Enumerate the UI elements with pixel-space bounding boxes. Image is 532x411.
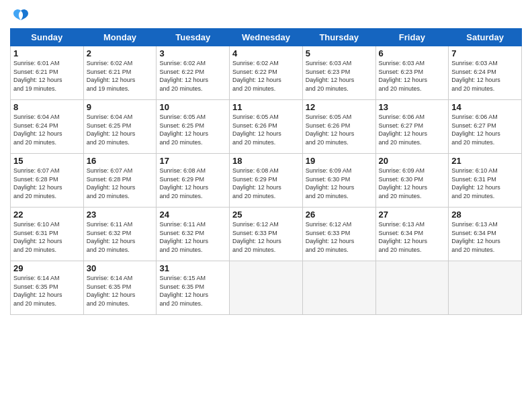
day-number: 6 <box>379 48 446 58</box>
calendar-cell: 9Sunrise: 6:04 AM Sunset: 6:25 PM Daylig… <box>83 100 157 154</box>
calendar-cell <box>230 261 303 315</box>
day-info: Sunrise: 6:03 AM Sunset: 6:24 PM Dayligh… <box>451 59 519 93</box>
day-info: Sunrise: 6:05 AM Sunset: 6:26 PM Dayligh… <box>306 113 373 146</box>
day-number: 9 <box>87 102 154 112</box>
calendar-cell: 18Sunrise: 6:08 AM Sunset: 6:29 PM Dayli… <box>230 154 303 208</box>
day-info: Sunrise: 6:09 AM Sunset: 6:30 PM Dayligh… <box>306 167 373 200</box>
calendar-table: Sunday Monday Tuesday Wednesday Thursday… <box>10 28 522 315</box>
day-info: Sunrise: 6:04 AM Sunset: 6:25 PM Dayligh… <box>87 113 154 146</box>
day-info: Sunrise: 6:02 AM Sunset: 6:21 PM Dayligh… <box>87 59 154 93</box>
day-number: 21 <box>451 156 519 166</box>
calendar-cell: 22Sunrise: 6:10 AM Sunset: 6:31 PM Dayli… <box>11 208 84 261</box>
day-number: 31 <box>159 263 226 273</box>
calendar-week-4: 22Sunrise: 6:10 AM Sunset: 6:31 PM Dayli… <box>11 208 522 261</box>
calendar-cell: 29Sunrise: 6:14 AM Sunset: 6:35 PM Dayli… <box>11 261 84 315</box>
calendar-cell: 25Sunrise: 6:12 AM Sunset: 6:33 PM Dayli… <box>230 208 303 261</box>
day-info: Sunrise: 6:07 AM Sunset: 6:28 PM Dayligh… <box>13 167 81 200</box>
day-info: Sunrise: 6:06 AM Sunset: 6:27 PM Dayligh… <box>451 113 519 146</box>
logo-bird-icon <box>12 8 30 26</box>
day-info: Sunrise: 6:01 AM Sunset: 6:21 PM Dayligh… <box>13 59 81 93</box>
day-info: Sunrise: 6:14 AM Sunset: 6:35 PM Dayligh… <box>87 274 154 308</box>
day-info: Sunrise: 6:11 AM Sunset: 6:32 PM Dayligh… <box>159 220 226 254</box>
day-info: Sunrise: 6:13 AM Sunset: 6:34 PM Dayligh… <box>451 220 519 254</box>
calendar-cell: 19Sunrise: 6:09 AM Sunset: 6:30 PM Dayli… <box>302 154 375 208</box>
calendar-week-5: 29Sunrise: 6:14 AM Sunset: 6:35 PM Dayli… <box>11 261 522 315</box>
day-number: 27 <box>379 210 446 220</box>
day-info: Sunrise: 6:09 AM Sunset: 6:30 PM Dayligh… <box>379 167 446 200</box>
calendar-cell: 12Sunrise: 6:05 AM Sunset: 6:26 PM Dayli… <box>302 100 375 154</box>
day-info: Sunrise: 6:02 AM Sunset: 6:22 PM Dayligh… <box>232 59 300 93</box>
day-number: 17 <box>159 156 226 166</box>
day-number: 11 <box>232 102 300 112</box>
header <box>10 7 522 23</box>
day-info: Sunrise: 6:02 AM Sunset: 6:22 PM Dayligh… <box>159 59 226 93</box>
calendar-cell <box>449 261 522 315</box>
calendar-cell: 2Sunrise: 6:02 AM Sunset: 6:21 PM Daylig… <box>83 46 157 100</box>
calendar-cell: 8Sunrise: 6:04 AM Sunset: 6:24 PM Daylig… <box>11 100 84 154</box>
calendar-week-3: 15Sunrise: 6:07 AM Sunset: 6:28 PM Dayli… <box>11 154 522 208</box>
calendar-cell: 13Sunrise: 6:06 AM Sunset: 6:27 PM Dayli… <box>375 100 449 154</box>
day-number: 28 <box>451 210 519 220</box>
day-info: Sunrise: 6:10 AM Sunset: 6:31 PM Dayligh… <box>451 167 519 200</box>
calendar-cell: 11Sunrise: 6:05 AM Sunset: 6:26 PM Dayli… <box>230 100 303 154</box>
day-number: 20 <box>379 156 446 166</box>
calendar-cell: 14Sunrise: 6:06 AM Sunset: 6:27 PM Dayli… <box>449 100 522 154</box>
day-number: 18 <box>232 156 300 166</box>
day-number: 25 <box>232 210 300 220</box>
col-tuesday: Tuesday <box>157 29 230 46</box>
calendar-cell: 15Sunrise: 6:07 AM Sunset: 6:28 PM Dayli… <box>11 154 84 208</box>
col-sunday: Sunday <box>11 29 84 46</box>
calendar-cell: 23Sunrise: 6:11 AM Sunset: 6:32 PM Dayli… <box>83 208 157 261</box>
day-number: 2 <box>87 48 154 58</box>
calendar-cell <box>375 261 449 315</box>
calendar-cell: 16Sunrise: 6:07 AM Sunset: 6:28 PM Dayli… <box>83 154 157 208</box>
col-saturday: Saturday <box>449 29 522 46</box>
calendar-cell: 1Sunrise: 6:01 AM Sunset: 6:21 PM Daylig… <box>11 46 84 100</box>
day-info: Sunrise: 6:07 AM Sunset: 6:28 PM Dayligh… <box>87 167 154 200</box>
calendar-cell: 4Sunrise: 6:02 AM Sunset: 6:22 PM Daylig… <box>230 46 303 100</box>
day-number: 8 <box>13 102 81 112</box>
header-row: Sunday Monday Tuesday Wednesday Thursday… <box>11 29 522 46</box>
calendar-cell: 31Sunrise: 6:15 AM Sunset: 6:35 PM Dayli… <box>157 261 230 315</box>
calendar-cell: 26Sunrise: 6:12 AM Sunset: 6:33 PM Dayli… <box>302 208 375 261</box>
day-number: 10 <box>159 102 226 112</box>
day-info: Sunrise: 6:08 AM Sunset: 6:29 PM Dayligh… <box>159 167 226 200</box>
day-number: 22 <box>13 210 81 220</box>
day-info: Sunrise: 6:06 AM Sunset: 6:27 PM Dayligh… <box>379 113 446 146</box>
day-number: 24 <box>159 210 226 220</box>
day-number: 4 <box>232 48 300 58</box>
day-number: 19 <box>306 156 373 166</box>
day-number: 30 <box>87 263 154 273</box>
page: Sunday Monday Tuesday Wednesday Thursday… <box>0 0 532 411</box>
day-number: 15 <box>13 156 81 166</box>
day-number: 13 <box>379 102 446 112</box>
day-number: 26 <box>306 210 373 220</box>
calendar-cell: 6Sunrise: 6:03 AM Sunset: 6:23 PM Daylig… <box>375 46 449 100</box>
day-info: Sunrise: 6:11 AM Sunset: 6:32 PM Dayligh… <box>87 220 154 254</box>
calendar-cell: 5Sunrise: 6:03 AM Sunset: 6:23 PM Daylig… <box>302 46 375 100</box>
logo <box>10 7 30 23</box>
calendar-cell: 27Sunrise: 6:13 AM Sunset: 6:34 PM Dayli… <box>375 208 449 261</box>
day-number: 1 <box>13 48 81 58</box>
day-info: Sunrise: 6:05 AM Sunset: 6:26 PM Dayligh… <box>232 113 300 146</box>
day-info: Sunrise: 6:03 AM Sunset: 6:23 PM Dayligh… <box>379 59 446 93</box>
calendar-cell: 10Sunrise: 6:05 AM Sunset: 6:25 PM Dayli… <box>157 100 230 154</box>
calendar-cell: 24Sunrise: 6:11 AM Sunset: 6:32 PM Dayli… <box>157 208 230 261</box>
calendar-cell: 17Sunrise: 6:08 AM Sunset: 6:29 PM Dayli… <box>157 154 230 208</box>
day-number: 29 <box>13 263 81 273</box>
calendar-week-1: 1Sunrise: 6:01 AM Sunset: 6:21 PM Daylig… <box>11 46 522 100</box>
calendar-cell: 3Sunrise: 6:02 AM Sunset: 6:22 PM Daylig… <box>157 46 230 100</box>
calendar-cell: 7Sunrise: 6:03 AM Sunset: 6:24 PM Daylig… <box>449 46 522 100</box>
calendar-cell <box>302 261 375 315</box>
day-number: 3 <box>159 48 226 58</box>
day-number: 14 <box>451 102 519 112</box>
calendar-cell: 28Sunrise: 6:13 AM Sunset: 6:34 PM Dayli… <box>449 208 522 261</box>
calendar-cell: 30Sunrise: 6:14 AM Sunset: 6:35 PM Dayli… <box>83 261 157 315</box>
col-friday: Friday <box>375 29 449 46</box>
calendar-cell: 20Sunrise: 6:09 AM Sunset: 6:30 PM Dayli… <box>375 154 449 208</box>
day-info: Sunrise: 6:12 AM Sunset: 6:33 PM Dayligh… <box>306 220 373 254</box>
day-info: Sunrise: 6:12 AM Sunset: 6:33 PM Dayligh… <box>232 220 300 254</box>
col-thursday: Thursday <box>302 29 375 46</box>
col-monday: Monday <box>83 29 157 46</box>
calendar-cell: 21Sunrise: 6:10 AM Sunset: 6:31 PM Dayli… <box>449 154 522 208</box>
